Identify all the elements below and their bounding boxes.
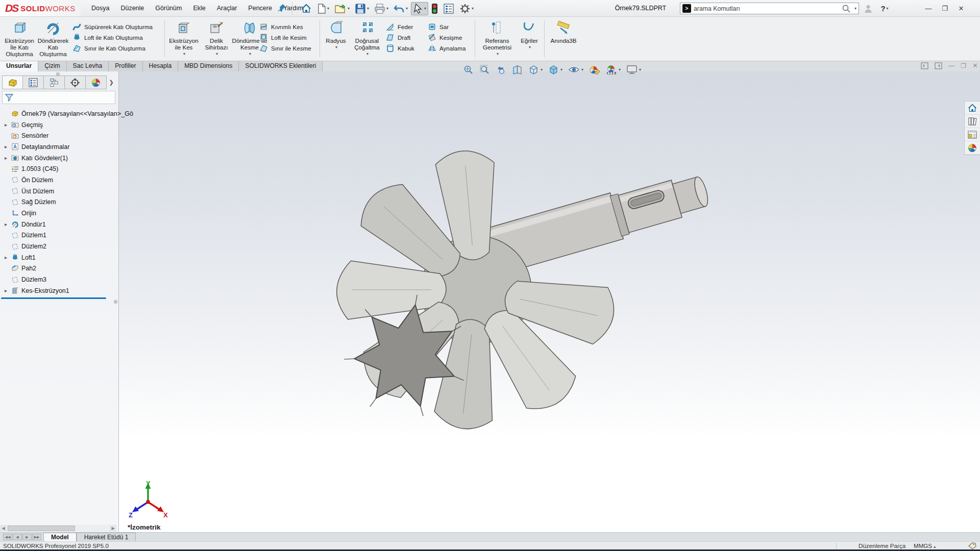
dimxpertmanager-tab[interactable] bbox=[65, 76, 86, 89]
dropdown-caret-icon[interactable]: ▾ bbox=[560, 67, 562, 72]
dropdown-caret-icon[interactable]: ▾ bbox=[386, 6, 388, 11]
tree-item-kes-ekstruzyon1[interactable]: ▸ Kes-Ekstrüzyon1 bbox=[0, 285, 119, 296]
scroll-left-icon[interactable]: ◀ bbox=[0, 525, 7, 532]
dropdown-caret-icon[interactable]: ▾ bbox=[366, 51, 369, 57]
last-tab-button[interactable]: ▶▶ bbox=[32, 534, 41, 540]
dropdown-caret-icon[interactable]: ▾ bbox=[406, 6, 408, 11]
edit-appearance-button[interactable] bbox=[588, 63, 601, 76]
model-tab[interactable]: Model bbox=[43, 533, 77, 541]
appearances-button[interactable] bbox=[965, 141, 980, 155]
hide-show-items-button[interactable]: ▾ bbox=[567, 63, 584, 76]
expand-arrow-icon[interactable]: ▸ bbox=[3, 144, 9, 149]
tree-item-sensorler[interactable]: Sensörler bbox=[0, 130, 119, 141]
configurationmanager-tab[interactable] bbox=[44, 76, 65, 89]
print-button[interactable]: ▾ bbox=[372, 2, 390, 15]
search-input[interactable] bbox=[694, 5, 839, 12]
swept-cut-button[interactable]: Kıvrımlı Kes bbox=[259, 21, 316, 32]
tree-item-dondur1[interactable]: ▸ Döndür1 bbox=[0, 219, 119, 230]
reference-geometry-button[interactable]: Referans Geometrisi▾ bbox=[478, 20, 517, 57]
instant3d-button[interactable]: Anında3B bbox=[547, 20, 580, 44]
linear-pattern-button[interactable]: Doğrusal Çoğaltma▾ bbox=[350, 20, 384, 57]
boss-extrude-button[interactable]: Ekstrüzyon İle Katı Oluşturma bbox=[2, 20, 37, 57]
dropdown-caret-icon[interactable]: ▾ bbox=[367, 6, 369, 11]
apply-scene-button[interactable]: ▾ bbox=[605, 63, 622, 76]
taskpane-home-button[interactable] bbox=[965, 102, 980, 115]
menu-dosya[interactable]: Dosya bbox=[86, 0, 115, 17]
tree-item-gecmis[interactable]: ▸ Geçmiş bbox=[0, 119, 119, 131]
tree-item-pah2[interactable]: Pah2 bbox=[0, 263, 119, 274]
intersect-button[interactable]: Kesişme bbox=[428, 32, 471, 43]
scroll-right-icon[interactable]: ▶ bbox=[110, 525, 116, 532]
tree-root-item[interactable]: Örnek79 (Varsayılan<<Varsayılan>_Gö bbox=[0, 108, 119, 119]
tree-item-duzlem3[interactable]: Düzlem3 bbox=[0, 274, 119, 285]
tab-hesapla[interactable]: Hesapla bbox=[143, 61, 179, 71]
tree-item-detaylandirmalar[interactable]: ▸ Detaylandırmalar bbox=[0, 141, 119, 153]
dropdown-caret-icon[interactable]: ▾ bbox=[619, 67, 621, 72]
doc-close-button[interactable]: ✕ bbox=[972, 62, 978, 69]
panel-tab-overflow-chevron[interactable]: ❯ bbox=[107, 76, 116, 89]
zoom-area-button[interactable] bbox=[478, 63, 491, 76]
draft-button[interactable]: Draft bbox=[386, 32, 426, 43]
menu-ekle[interactable]: Ekle bbox=[187, 0, 211, 17]
shell-button[interactable]: Kabuk bbox=[386, 43, 426, 54]
dropdown-caret-icon[interactable]: ▾ bbox=[183, 51, 185, 57]
file-explorer-button[interactable] bbox=[965, 128, 980, 141]
tree-horizontal-scrollbar[interactable]: ◀ ▶ bbox=[0, 525, 116, 532]
panel-width-handle[interactable] bbox=[114, 300, 117, 304]
dropdown-caret-icon[interactable]: ▾ bbox=[581, 67, 583, 72]
save-button[interactable]: ▾ bbox=[353, 2, 371, 15]
lofted-cut-button[interactable]: Loft ile Kesim bbox=[259, 32, 316, 43]
expand-arrow-icon[interactable]: ▸ bbox=[3, 255, 9, 260]
dropdown-caret-icon[interactable]: ▾ bbox=[541, 67, 543, 72]
expand-arrow-icon[interactable]: ▸ bbox=[3, 221, 9, 227]
options-button[interactable]: ▾ bbox=[457, 2, 476, 15]
tab-sac-levha[interactable]: Sac Levha bbox=[67, 61, 109, 71]
tree-item-on-duzlem[interactable]: Ön Düzlem bbox=[0, 174, 119, 186]
expand-arrow-icon[interactable]: ▸ bbox=[3, 288, 9, 293]
tree-item-sag-duzlem[interactable]: Sağ Düzlem bbox=[0, 197, 119, 208]
select-tool-button[interactable]: ▾ bbox=[411, 2, 428, 15]
dropdown-caret-icon[interactable]: ▾ bbox=[887, 6, 889, 11]
bevel-gear-model[interactable] bbox=[0, 71, 980, 532]
doc-restore-button[interactable]: ❐ bbox=[961, 62, 966, 69]
collapse-pane-left-icon[interactable] bbox=[921, 62, 928, 69]
menu-duzenle[interactable]: Düzenle bbox=[115, 0, 150, 17]
login-user-icon[interactable] bbox=[862, 2, 875, 15]
previous-view-button[interactable] bbox=[495, 63, 507, 76]
pin-menu-icon[interactable] bbox=[278, 4, 286, 13]
tree-item-loft1[interactable]: ▸ Loft1 bbox=[0, 252, 119, 263]
tree-filter-row[interactable] bbox=[2, 91, 115, 104]
scrollbar-thumb[interactable] bbox=[8, 525, 75, 531]
dropdown-caret-icon[interactable]: ▾ bbox=[497, 51, 499, 57]
dropdown-caret-icon[interactable]: ▾ bbox=[249, 51, 251, 57]
collapse-pane-right-icon[interactable] bbox=[935, 62, 942, 69]
boundary-cut-button[interactable]: Sınır ile Kesme bbox=[259, 43, 316, 54]
swept-boss-button[interactable]: Süpürerek Katı Oluşturma bbox=[72, 21, 163, 32]
tag-icon[interactable] bbox=[968, 542, 976, 549]
hole-wizard-button[interactable]: Delik Sihirbazı▾ bbox=[201, 20, 232, 57]
dropdown-caret-icon[interactable]: ▾ bbox=[327, 6, 329, 11]
displaymanager-tab[interactable] bbox=[86, 76, 107, 89]
help-button[interactable]: ?▾ bbox=[878, 2, 891, 15]
tab-unsurlar[interactable]: Unsurlar bbox=[0, 61, 38, 71]
menu-araclar[interactable]: Araçlar bbox=[211, 0, 243, 17]
expand-arrow-icon[interactable]: ▸ bbox=[3, 122, 9, 128]
units-selector[interactable]: MMGS ▴ bbox=[914, 542, 936, 549]
dropdown-caret-icon[interactable]: ▾ bbox=[216, 51, 218, 57]
rollback-bar[interactable] bbox=[1, 297, 106, 299]
mirror-button[interactable]: Aynalama bbox=[428, 43, 471, 54]
close-button[interactable]: ✕ bbox=[954, 2, 968, 15]
design-library-button[interactable] bbox=[965, 115, 980, 128]
doc-minimize-button[interactable]: — bbox=[948, 62, 954, 69]
tree-item-duzlem1[interactable]: Düzlem1 bbox=[0, 230, 119, 241]
motion-study-tab[interactable]: Hareket Etüdü 1 bbox=[77, 533, 136, 541]
expand-arrow-icon[interactable]: ▸ bbox=[3, 155, 9, 161]
dropdown-caret-icon[interactable]: ▾ bbox=[639, 67, 641, 72]
search-icon[interactable] bbox=[842, 4, 851, 13]
menu-pencere[interactable]: Pencere bbox=[242, 0, 278, 17]
first-tab-button[interactable]: ◀◀ bbox=[3, 534, 12, 540]
file-properties-button[interactable] bbox=[441, 2, 456, 15]
zoom-fit-button[interactable] bbox=[462, 63, 475, 76]
tree-item-kati-govdeler[interactable]: ▸ Katı Gövdeler(1) bbox=[0, 153, 119, 164]
dropdown-caret-icon[interactable]: ▾ bbox=[348, 6, 350, 11]
